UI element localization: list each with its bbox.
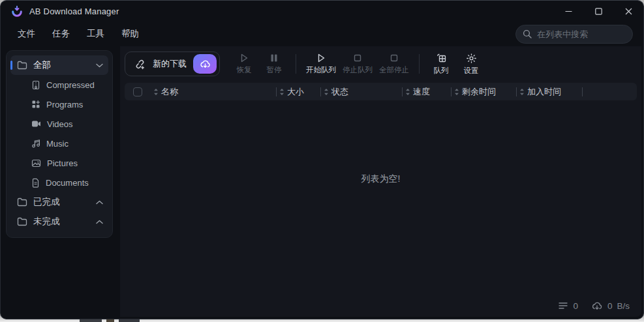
menu-item-tools[interactable]: 工具 xyxy=(87,28,104,40)
window-controls xyxy=(553,1,643,22)
toolbar-button-queues[interactable]: 队列 xyxy=(426,50,456,78)
toolbar-button-label: 暂停 xyxy=(267,65,282,75)
maximize-button[interactable] xyxy=(583,1,613,22)
sidebar-item-label: 全部 xyxy=(33,59,51,71)
sidebar-item-label: Pictures xyxy=(47,158,78,168)
chevron-down-icon[interactable] xyxy=(96,63,103,68)
menu-bar: 文件 任务 工具 帮助 xyxy=(1,22,643,46)
toolbar-separator xyxy=(419,54,420,74)
main-area: 新的下载 恢复 暂停 开始队列 xyxy=(120,46,641,317)
sort-icon xyxy=(153,88,159,96)
search-icon xyxy=(523,29,532,38)
sidebar-item-label: Programs xyxy=(46,100,83,110)
column-header-status[interactable]: 状态 xyxy=(321,83,402,100)
close-button[interactable] xyxy=(613,1,643,22)
chevron-up-icon[interactable] xyxy=(96,200,103,205)
toolbar-button-label: 恢复 xyxy=(237,65,252,75)
column-header-size[interactable]: 大小 xyxy=(277,83,320,100)
music-note-icon xyxy=(31,139,40,148)
sort-icon xyxy=(405,88,410,96)
active-downloads-count: 0 xyxy=(573,301,578,311)
column-header-added-time[interactable]: 加入时间 xyxy=(517,83,582,100)
toolbar-button-stop-queue[interactable]: 停止队列 xyxy=(339,50,376,78)
cloud-download-icon xyxy=(200,59,211,69)
toolbar-button-start-queue[interactable]: 开始队列 xyxy=(303,50,339,78)
menu-item-file[interactable]: 文件 xyxy=(18,28,35,40)
sidebar-item-label: Documents xyxy=(46,178,89,188)
chevron-up-icon[interactable] xyxy=(96,220,103,224)
sidebar-item-all[interactable]: 全部 xyxy=(10,55,108,75)
column-label: 状态 xyxy=(331,86,348,98)
menu-item-help[interactable]: 帮助 xyxy=(121,28,139,40)
toolbar-button-pause[interactable]: 暂停 xyxy=(259,50,289,78)
window-title: AB Download Manager xyxy=(29,7,119,16)
search-input[interactable] xyxy=(537,29,626,39)
queue-grid-icon xyxy=(436,53,447,64)
minimize-button[interactable] xyxy=(553,1,583,22)
table-header: 名称 大小 状态 速度 剩余时间 xyxy=(125,83,637,100)
select-all-cell xyxy=(125,83,151,100)
sidebar-item-documents[interactable]: Documents xyxy=(10,173,108,192)
new-download-label: 新的下载 xyxy=(153,58,187,70)
toolbar-button-settings[interactable]: 设置 xyxy=(456,50,486,78)
cloud-download-icon xyxy=(591,301,603,311)
global-speed-status: 0 B/s xyxy=(591,301,630,311)
toolbar-button-label: 全部停止 xyxy=(379,65,409,75)
zip-file-icon xyxy=(31,80,40,90)
sidebar-item-compressed[interactable]: Compressed xyxy=(10,75,108,95)
sidebar-item-label: Compressed xyxy=(46,80,95,90)
sort-icon xyxy=(454,88,459,96)
column-separator[interactable] xyxy=(582,87,583,96)
search-box[interactable] xyxy=(515,25,633,44)
sidebar-item-label: 已完成 xyxy=(33,196,60,208)
toolbar-button-stop-all[interactable]: 全部停止 xyxy=(376,50,412,78)
speed-unit: B/s xyxy=(617,301,630,311)
toolbar: 新的下载 恢复 暂停 开始队列 xyxy=(120,46,641,79)
sort-icon xyxy=(279,88,284,96)
quick-download-button[interactable] xyxy=(193,54,217,74)
sidebar-item-finished[interactable]: 已完成 xyxy=(10,192,108,212)
stop-square-icon xyxy=(352,53,363,63)
toolbar-button-label: 开始队列 xyxy=(306,65,336,75)
sidebar-panel: 全部 Compressed Programs Videos xyxy=(6,50,113,238)
select-all-checkbox[interactable] xyxy=(133,87,142,96)
column-header-speed[interactable]: 速度 xyxy=(403,83,451,100)
sidebar-item-pictures[interactable]: Pictures xyxy=(10,153,108,173)
stop-square-icon xyxy=(389,53,399,63)
column-label: 剩余时间 xyxy=(462,86,496,98)
downloads-list-icon xyxy=(558,301,568,310)
new-download-button[interactable]: 新的下载 xyxy=(125,51,220,76)
selection-accent-bar xyxy=(10,61,12,70)
folder-icon xyxy=(17,217,27,226)
link-plus-icon xyxy=(134,58,146,70)
toolbar-separator xyxy=(296,54,296,74)
download-list: 列表为空! xyxy=(120,100,641,295)
pause-icon xyxy=(269,53,279,63)
sort-icon xyxy=(519,88,525,96)
picture-icon xyxy=(31,159,41,168)
sidebar-item-music[interactable]: Music xyxy=(10,134,108,153)
play-icon xyxy=(316,53,326,63)
column-header-remaining-time[interactable]: 剩余时间 xyxy=(452,83,516,100)
status-bar: 0 0 B/s xyxy=(120,295,641,317)
menu-item-tasks[interactable]: 任务 xyxy=(52,28,70,40)
sidebar-item-videos[interactable]: Videos xyxy=(10,114,108,134)
app-window: AB Download Manager 文件 任务 工具 帮助 xyxy=(0,0,644,319)
speed-value: 0 xyxy=(607,301,613,311)
app-logo-icon xyxy=(11,5,23,17)
active-downloads-status: 0 xyxy=(558,301,578,311)
toolbar-button-label: 停止队列 xyxy=(343,65,373,75)
play-icon xyxy=(239,53,249,63)
toolbar-button-resume[interactable]: 恢复 xyxy=(229,50,259,78)
folder-icon xyxy=(17,61,27,70)
column-label: 速度 xyxy=(413,86,430,98)
sidebar-item-programs[interactable]: Programs xyxy=(10,95,108,114)
sidebar-item-unfinished[interactable]: 未完成 xyxy=(10,212,108,231)
sidebar-item-label: Videos xyxy=(47,119,73,129)
column-label: 名称 xyxy=(161,86,178,98)
empty-list-message: 列表为空! xyxy=(361,173,401,185)
sidebar-item-label: 未完成 xyxy=(33,216,60,227)
folder-icon xyxy=(17,198,27,207)
column-header-name[interactable]: 名称 xyxy=(151,83,276,100)
title-bar: AB Download Manager xyxy=(1,1,643,22)
